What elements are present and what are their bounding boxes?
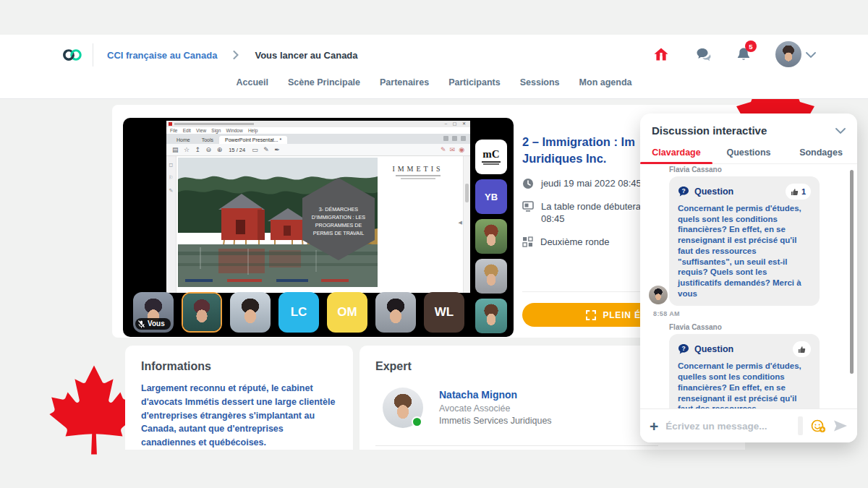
svg-text:PERMIS DE TRAVAIL: PERMIS DE TRAVAIL xyxy=(313,230,364,236)
discussion-panel-title: Discussion interactive xyxy=(652,124,767,137)
participant-tile[interactable] xyxy=(375,292,416,333)
pdf-scrollbar xyxy=(463,156,470,293)
participant-filmstrip: Vous LC OM WL xyxy=(133,292,464,333)
emoji-add-icon[interactable] xyxy=(810,418,826,434)
like-button[interactable]: 1 xyxy=(786,184,811,200)
participant-tile-yb[interactable]: YB xyxy=(475,179,507,214)
like-count: 1 xyxy=(801,187,806,196)
nav-partenaires[interactable]: Partenaires xyxy=(380,77,429,87)
participant-tile[interactable] xyxy=(475,299,507,333)
nav-sessions[interactable]: Sessions xyxy=(520,77,560,87)
chat-bubbles-icon[interactable] xyxy=(696,46,712,62)
main-nav: Accueil Scène Principale Partenaires Par… xyxy=(0,77,868,87)
nav-accueil[interactable]: Accueil xyxy=(236,77,268,87)
screenshare-window: – ▢ ✕ File Edit View Sign Window Help Ho… xyxy=(166,121,470,293)
informations-card: Informations Largement reconnu et réputé… xyxy=(125,346,353,450)
slide-hexagon-title: 3- DÉMARCHES D'IMMIGRATION : LES PROGRAM… xyxy=(302,178,375,260)
participant-tile-mc-logo[interactable]: mC xyxy=(475,140,507,174)
clock-icon xyxy=(522,178,534,189)
breadcrumb: CCI française au Canada Vous lancer au C… xyxy=(107,47,358,63)
online-status-dot xyxy=(412,416,422,427)
message-author: Flavia Cassano xyxy=(669,323,820,331)
video-player[interactable]: – ▢ ✕ File Edit View Sign Window Help Ho… xyxy=(123,118,514,337)
nav-participants[interactable]: Participants xyxy=(448,77,501,87)
svg-text:?: ? xyxy=(681,187,685,194)
message-list: Flavia Cassano ? Question 1 Co xyxy=(640,160,857,408)
send-icon[interactable] xyxy=(833,419,848,432)
toolbar-annotate-icons: ▭ ✎ ✒ xyxy=(252,146,280,153)
svg-text:?: ? xyxy=(681,345,685,352)
expert-name[interactable]: Natacha Mignon xyxy=(439,389,552,401)
participant-tile[interactable] xyxy=(230,292,271,333)
participant-tile-you[interactable]: Vous xyxy=(133,292,174,333)
screenshare-tabs: Home Tools PowerPoint Presentat... * xyxy=(166,134,470,144)
informations-title: Informations xyxy=(141,360,353,373)
you-label-pill: Vous xyxy=(135,318,171,330)
svg-text:D'IMMIGRATION : LES: D'IMMIGRATION : LES xyxy=(312,214,366,221)
screenshare-toolbar: ▤ ☆ ↥ ⊖ ⊕ 15 / 24 ▭ ✎ ✒ ✎ ✉ ◉ xyxy=(166,144,470,156)
participant-tile-om[interactable]: OM xyxy=(327,292,367,333)
pdf-sidebar-icons: ◻⚐✎ xyxy=(166,156,176,293)
mic-off-icon xyxy=(138,320,145,328)
chat-message: ? Question 1 Concernant le permis d'étud… xyxy=(669,176,820,306)
participant-tile-wl[interactable]: WL xyxy=(424,292,464,333)
participant-tile-lc[interactable]: LC xyxy=(278,292,319,333)
toolbar-right-icons: ✎ ✉ ◉ xyxy=(441,146,464,153)
screenshare-menubar: File Edit View Sign Window Help xyxy=(166,127,470,134)
expert-divider xyxy=(375,445,658,446)
message-badge: Question xyxy=(694,187,733,197)
question-bubble-icon: ? xyxy=(678,186,689,197)
nav-mon-agenda[interactable]: Mon agenda xyxy=(579,77,632,87)
breadcrumb-org-link[interactable]: CCI française au Canada xyxy=(107,50,217,61)
svg-text:PROGRAMMES DE: PROGRAMMES DE xyxy=(315,222,362,228)
informations-paragraph: Largement reconnu et réputé, le cabinet … xyxy=(141,382,337,450)
message-text: Concernant le permis d'études, quels son… xyxy=(678,203,811,299)
chevron-right-icon xyxy=(233,51,239,59)
svg-text:3- DÉMARCHES: 3- DÉMARCHES xyxy=(319,206,359,213)
page-indicator: 15 / 24 xyxy=(229,147,245,153)
message-author: Flavia Cassano xyxy=(669,166,820,174)
participant-tile-speaker[interactable] xyxy=(182,292,222,333)
message-time: 8:58 AM xyxy=(653,310,820,317)
message-input[interactable] xyxy=(665,421,791,432)
input-divider xyxy=(798,416,803,435)
rounds-grid-icon xyxy=(522,236,533,247)
thumbs-up-icon xyxy=(798,346,806,354)
chat-message: ? Question Concernant le permis d'études… xyxy=(669,334,820,408)
nav-scene-principale[interactable]: Scène Principale xyxy=(288,77,360,87)
app-header: CCI française au Canada Vous lancer au C… xyxy=(0,35,868,99)
attach-plus-icon[interactable]: + xyxy=(650,419,658,434)
tab-home: Home xyxy=(171,136,196,144)
participant-tile[interactable] xyxy=(475,219,507,254)
breadcrumb-event: Vous lancer au Canada xyxy=(255,50,357,61)
message-avatar xyxy=(649,286,668,304)
screenshare-titlebar: – ▢ ✕ xyxy=(166,121,470,127)
window-controls: – ▢ ✕ xyxy=(445,121,468,126)
thumbs-up-icon xyxy=(791,188,799,196)
toolbar-icons: ▤ ☆ ↥ ⊖ ⊕ xyxy=(172,146,222,153)
pdf-app-icon xyxy=(169,122,172,126)
like-button[interactable] xyxy=(793,341,811,357)
message-text: Concernant le permis d'études, quelles s… xyxy=(678,361,811,408)
fullscreen-icon xyxy=(586,310,596,320)
tab-tools: Tools xyxy=(196,136,219,144)
presentation-screen-icon xyxy=(522,201,534,212)
notification-badge: 5 xyxy=(745,40,757,52)
chat-scrollbar-thumb[interactable] xyxy=(850,170,854,374)
home-icon[interactable] xyxy=(653,46,669,62)
platform-logo-icon[interactable] xyxy=(62,48,82,62)
slide-brand-text: IMMETIS xyxy=(383,165,452,173)
slide-brand: IMMETIS xyxy=(383,165,452,179)
header-divider xyxy=(93,43,93,67)
chevron-down-icon[interactable] xyxy=(806,52,816,58)
user-avatar[interactable] xyxy=(775,41,801,67)
participant-sidestrip: mC YB xyxy=(475,140,507,333)
participant-tile[interactable] xyxy=(475,259,507,294)
expert-role: Avocate Associée xyxy=(439,403,552,414)
message-badge: Question xyxy=(694,344,733,354)
question-bubble-icon: ? xyxy=(678,343,689,355)
pdf-page-arrow: ◀ xyxy=(459,220,462,226)
tab-document: PowerPoint Presentat... * xyxy=(219,136,287,144)
expert-company: Immetis Services Juridiques xyxy=(439,416,552,426)
collapse-chevron-icon[interactable] xyxy=(835,128,846,134)
